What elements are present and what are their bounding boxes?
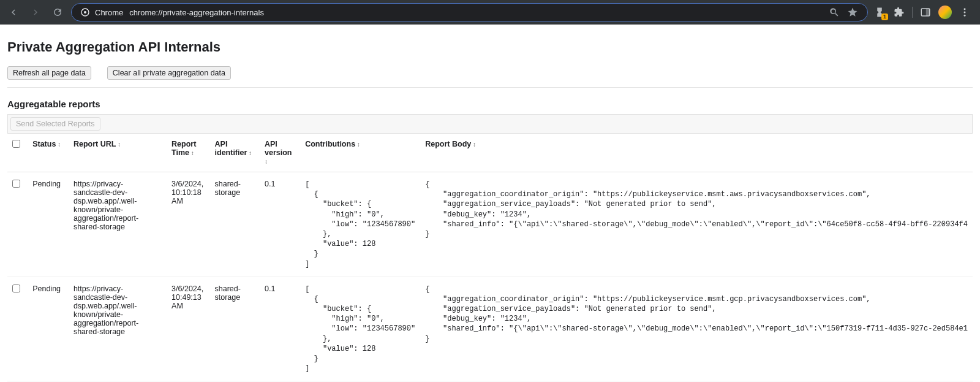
- cell-status: Pending: [28, 172, 69, 277]
- header-select-all[interactable]: [7, 134, 28, 172]
- arrow-left-icon: [8, 7, 19, 18]
- row-select[interactable]: [7, 277, 28, 381]
- refresh-button[interactable]: Refresh all page data: [7, 66, 91, 80]
- header-contrib[interactable]: Contributions: [300, 134, 420, 172]
- page-title: Private Aggregation API Internals: [7, 39, 973, 55]
- cell-contrib: [ { "bucket": { "high": "0", "low": "123…: [300, 172, 420, 277]
- header-time[interactable]: Report Time: [167, 134, 209, 172]
- avatar-icon: [938, 6, 952, 19]
- select-all-checkbox[interactable]: [12, 140, 20, 148]
- chrome-icon: [80, 7, 90, 17]
- back-button[interactable]: [5, 4, 22, 21]
- svg-point-5: [964, 12, 966, 13]
- page-content: Private Aggregation API Internals Refres…: [0, 25, 980, 382]
- section-title: Aggregatable reports: [7, 99, 973, 109]
- send-selected-button[interactable]: Send Selected Reports: [10, 117, 100, 131]
- header-version[interactable]: API version: [260, 134, 300, 172]
- header-api[interactable]: API identifier: [210, 134, 260, 172]
- reports-table: Status Report URL Report Time API identi…: [7, 134, 973, 381]
- body-json: { "aggregation_coordinator_origin": "htt…: [425, 285, 968, 344]
- cell-time: 3/6/2024, 10:49:13 AM: [167, 277, 209, 381]
- forward-button[interactable]: [27, 4, 44, 21]
- site-label: Chrome: [95, 8, 123, 17]
- header-body[interactable]: Report Body: [420, 134, 973, 172]
- cell-body: { "aggregation_coordinator_origin": "htt…: [420, 172, 973, 277]
- sidepanel-icon[interactable]: [919, 6, 932, 19]
- cell-body: { "aggregation_coordinator_origin": "htt…: [420, 277, 973, 381]
- bookmark-icon[interactable]: [846, 6, 859, 18]
- site-chip: Chrome: [80, 7, 123, 17]
- badge: 1: [881, 13, 888, 20]
- svg-point-1: [84, 11, 86, 13]
- row-checkbox[interactable]: [12, 180, 20, 188]
- cell-status: Pending: [28, 277, 69, 381]
- contrib-json: [ { "bucket": { "high": "0", "low": "123…: [305, 285, 415, 374]
- cell-url: https://privacy-sandcastle-dev-dsp.web.a…: [69, 172, 167, 277]
- menu-icon[interactable]: [958, 6, 971, 19]
- header-status[interactable]: Status: [28, 134, 69, 172]
- reload-icon: [52, 7, 63, 18]
- cell-url: https://privacy-sandcastle-dev-dsp.web.a…: [69, 277, 167, 381]
- contrib-json: [ { "bucket": { "high": "0", "low": "123…: [305, 180, 415, 269]
- table-row: Pendinghttps://privacy-sandcastle-dev-ds…: [7, 172, 973, 277]
- cell-version: 0.1: [260, 172, 300, 277]
- row-checkbox[interactable]: [12, 285, 20, 292]
- cell-contrib: [ { "bucket": { "high": "0", "low": "123…: [300, 277, 420, 381]
- row-select[interactable]: [7, 172, 28, 277]
- zoom-icon[interactable]: [828, 6, 840, 18]
- reload-button[interactable]: [49, 4, 66, 21]
- svg-rect-3: [926, 9, 930, 16]
- action-buttons: Refresh all page data Clear all private …: [7, 66, 973, 80]
- svg-point-4: [964, 8, 966, 10]
- cell-time: 3/6/2024, 10:10:18 AM: [167, 172, 209, 277]
- send-row: Send Selected Reports: [7, 114, 973, 134]
- arrow-right-icon: [30, 7, 41, 18]
- table-header-row: Status Report URL Report Time API identi…: [7, 134, 973, 172]
- url-text: chrome://private-aggregation-internals: [129, 8, 264, 17]
- cell-api: shared-storage: [210, 277, 260, 381]
- clear-button[interactable]: Clear all private aggregation data: [107, 66, 231, 80]
- browser-toolbar: Chrome chrome://private-aggregation-inte…: [0, 0, 980, 25]
- header-url[interactable]: Report URL: [69, 134, 167, 172]
- omnibox[interactable]: Chrome chrome://private-aggregation-inte…: [71, 3, 868, 21]
- cell-version: 0.1: [260, 277, 300, 381]
- profile-avatar[interactable]: [938, 6, 952, 19]
- svg-point-6: [964, 15, 966, 17]
- separator: [7, 87, 973, 88]
- toolbar-separator: [912, 7, 913, 18]
- table-row: Pendinghttps://privacy-sandcastle-dev-ds…: [7, 277, 973, 381]
- toolbar-right: 1: [873, 6, 975, 19]
- extensions-icon[interactable]: [892, 6, 906, 19]
- cell-api: shared-storage: [210, 172, 260, 277]
- body-json: { "aggregation_coordinator_origin": "htt…: [425, 180, 968, 239]
- extensions-warning-icon[interactable]: 1: [873, 6, 886, 19]
